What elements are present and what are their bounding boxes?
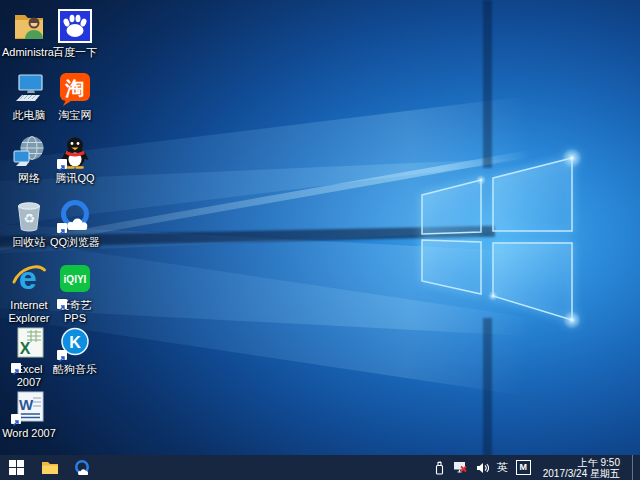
computer-icon <box>11 71 47 107</box>
usb-device-icon[interactable] <box>434 461 445 475</box>
svg-text:淘: 淘 <box>65 78 85 99</box>
shortcut-arrow-icon <box>11 414 21 424</box>
shortcut-arrow-icon <box>11 363 21 373</box>
desktop-icon-label: Word 2007 <box>2 427 56 440</box>
svg-text:iQIYI: iQIYI <box>64 274 87 285</box>
excel-icon: X <box>11 325 47 361</box>
shortcut-arrow-icon <box>57 350 67 360</box>
svg-text:X: X <box>20 340 31 357</box>
windows-logo <box>412 140 587 340</box>
qq-browser-taskbar-button[interactable] <box>68 455 96 480</box>
show-desktop-button[interactable] <box>632 455 638 480</box>
shortcut-arrow-icon <box>57 299 67 309</box>
clock-date: 2017/3/24 星期五 <box>543 468 620 479</box>
network-globe-icon <box>11 134 47 170</box>
svg-text:W: W <box>19 396 34 413</box>
desktop-icon-label: 酷狗音乐 <box>48 363 102 376</box>
qq-browser-icon <box>73 459 91 477</box>
desktop-icon-qq-browser[interactable]: QQ浏览器 <box>48 198 102 249</box>
taobao-icon: 淘 <box>57 71 93 107</box>
desktop-icon-word-2007[interactable]: W Word 2007 <box>2 389 56 440</box>
desktop-icon-taobao[interactable]: 淘 淘宝网 <box>48 71 102 122</box>
system-tray: 英 M 上午 9:50 2017/3/24 星期五 <box>434 455 640 480</box>
folder-icon <box>41 460 59 475</box>
file-explorer-button[interactable] <box>36 455 64 480</box>
shortcut-arrow-icon <box>57 223 67 233</box>
desktop-icon-label: 腾讯QQ <box>48 172 102 185</box>
user-folder-icon <box>11 8 47 44</box>
iqiyi-icon: iQIYI <box>57 261 93 297</box>
taskbar: 英 M 上午 9:50 2017/3/24 星期五 <box>0 455 640 480</box>
internet-explorer-icon: e <box>11 261 47 297</box>
desktop-icon-label: 淘宝网 <box>48 109 102 122</box>
volume-icon[interactable] <box>476 462 489 474</box>
baidu-paw-icon <box>57 8 93 44</box>
shortcut-arrow-icon <box>57 159 67 169</box>
network-status-icon[interactable] <box>453 461 468 474</box>
desktop-icon-iqiyi-pps[interactable]: iQIYI 爱奇艺PPS <box>48 261 102 325</box>
ime-mode-indicator[interactable]: M <box>516 460 531 475</box>
ime-language-indicator[interactable]: 英 <box>497 460 508 475</box>
windows-start-icon <box>9 460 24 475</box>
desktop-icon-tencent-qq[interactable]: 腾讯QQ <box>48 134 102 185</box>
desktop-icon-baidu[interactable]: 百度一下 <box>48 8 102 59</box>
desktop-icon-kugou-music[interactable]: K 酷狗音乐 <box>48 325 102 376</box>
desktop-icon-label: 百度一下 <box>48 46 102 59</box>
svg-text:♻: ♻ <box>23 211 35 226</box>
desktop-icon-label: QQ浏览器 <box>48 236 102 249</box>
clock-time: 上午 9:50 <box>543 457 620 468</box>
svg-text:K: K <box>69 334 81 351</box>
taskbar-clock[interactable]: 上午 9:50 2017/3/24 星期五 <box>539 457 624 479</box>
start-button[interactable] <box>2 455 30 480</box>
recycle-bin-icon: ♻ <box>11 198 47 234</box>
